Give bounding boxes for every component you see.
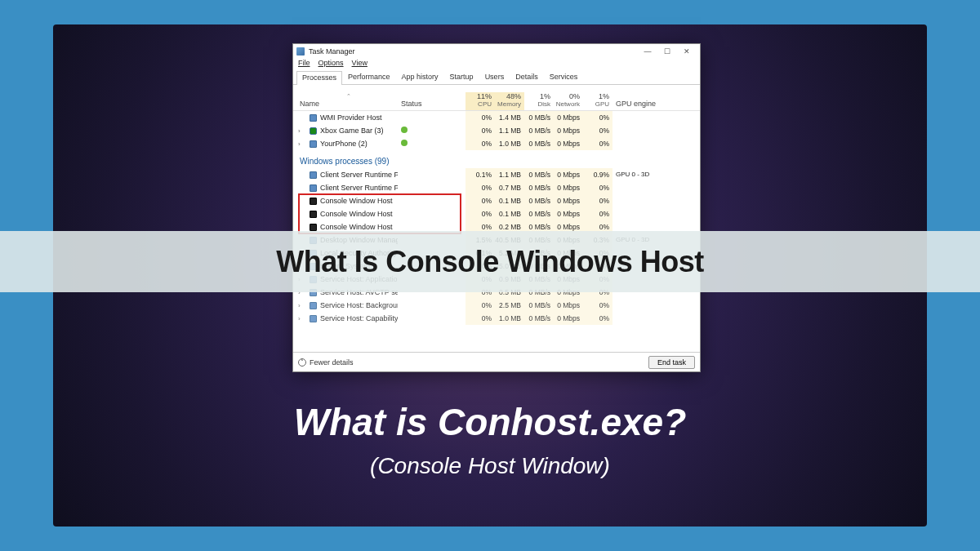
tab-performance[interactable]: Performance: [342, 70, 396, 84]
gpu-cell: 0%: [583, 194, 612, 207]
gpu-engine-cell: [612, 111, 700, 124]
tabs: Processes Performance App history Startu…: [293, 70, 700, 85]
process-name-label: YourPhone (2): [320, 140, 368, 148]
status-cell: [398, 140, 466, 148]
disk-cell: 0 MB/s: [524, 168, 554, 181]
process-name-cell: Console Window Host: [293, 210, 398, 218]
col-memory[interactable]: 48% Memory: [495, 92, 524, 110]
gpu-cell: 0%: [583, 312, 612, 325]
process-name-cell: ›Service Host: Capability Access ...: [293, 314, 398, 322]
process-row[interactable]: Client Server Runtime Process0%0.7 MB0 M…: [293, 181, 700, 194]
cpu-cell: 0%: [466, 207, 495, 220]
net-cell: 0 Mbps: [554, 137, 583, 150]
process-name-label: Console Window Host: [320, 223, 393, 231]
expand-icon[interactable]: ›: [298, 140, 301, 148]
gpu-cell: 0%: [583, 181, 612, 194]
leaf-icon: [401, 140, 408, 146]
process-name-label: Client Server Runtime Process: [320, 171, 398, 179]
minimize-button[interactable]: —: [638, 46, 657, 57]
expand-icon[interactable]: ›: [298, 315, 301, 322]
titlebar[interactable]: Task Manager — ☐ ✕: [293, 44, 700, 59]
cpu-label: CPU: [478, 100, 492, 108]
cpu-cell: 0.1%: [466, 168, 495, 181]
expand-icon[interactable]: ›: [298, 302, 301, 309]
disk-percent: 1%: [540, 92, 550, 100]
process-icon: [310, 224, 317, 231]
gpu-cell: 0.9%: [583, 168, 612, 181]
col-network[interactable]: 0% Network: [554, 92, 583, 110]
gpu-engine-cell: [612, 124, 700, 137]
net-label: Network: [556, 100, 580, 108]
process-name-cell: WMI Provider Host: [293, 113, 398, 122]
process-row[interactable]: ›Xbox Game Bar (3)0%1.1 MB0 MB/s0 Mbps0%: [293, 124, 700, 137]
col-name[interactable]: ⌃ Name: [293, 93, 398, 110]
process-row[interactable]: WMI Provider Host0%1.4 MB0 MB/s0 Mbps0%: [293, 111, 700, 124]
process-name-label: Client Server Runtime Process: [320, 184, 398, 192]
menubar: File Options View: [293, 59, 700, 70]
tab-processes[interactable]: Processes: [296, 71, 342, 85]
process-icon: [310, 114, 317, 122]
net-cell: 0 Mbps: [554, 194, 583, 207]
menu-options[interactable]: Options: [318, 59, 344, 70]
tab-startup[interactable]: Startup: [444, 70, 479, 84]
process-row[interactable]: ›YourPhone (2)0%1.0 MB0 MB/s0 Mbps0%: [293, 137, 700, 150]
group-header[interactable]: Windows processes (99): [293, 150, 700, 168]
process-row[interactable]: ›Service Host: Capability Access ...0%1.…: [293, 312, 700, 325]
disk-cell: 0 MB/s: [524, 137, 554, 150]
tab-app-history[interactable]: App history: [396, 70, 444, 84]
tab-users[interactable]: Users: [479, 70, 510, 84]
fewer-details-label: Fewer details: [310, 358, 354, 367]
process-row[interactable]: Console Window Host0%0.1 MB0 MB/s0 Mbps0…: [293, 194, 700, 207]
mem-cell: 2.5 MB: [495, 299, 524, 312]
mem-cell: 1.4 MB: [495, 111, 524, 124]
net-cell: 0 Mbps: [554, 124, 583, 137]
hero-title: What is Conhost.exe?: [0, 400, 980, 444]
col-cpu[interactable]: 11% CPU: [466, 92, 495, 110]
gpu-cell: 0%: [583, 111, 612, 124]
overlay-band: What Is Console Windows Host: [0, 231, 980, 292]
net-cell: 0 Mbps: [554, 207, 583, 220]
mem-cell: 1.0 MB: [495, 137, 524, 150]
process-row[interactable]: ›Service Host: Background Intelli...0%2.…: [293, 299, 700, 312]
expand-icon[interactable]: ›: [298, 127, 301, 135]
process-row[interactable]: Console Window Host0%0.1 MB0 MB/s0 Mbps0…: [293, 207, 700, 220]
cpu-cell: 0%: [466, 312, 495, 325]
disk-cell: 0 MB/s: [524, 181, 554, 194]
gpu-label: GPU: [595, 100, 609, 108]
disk-cell: 0 MB/s: [524, 312, 554, 325]
process-name-label: Console Window Host: [320, 210, 393, 218]
cpu-percent: 11%: [477, 92, 492, 100]
process-icon: [310, 302, 317, 309]
close-button[interactable]: ✕: [677, 46, 697, 57]
process-name-cell: ›YourPhone (2): [293, 140, 398, 148]
gpu-engine-cell: [612, 299, 700, 312]
tab-services[interactable]: Services: [544, 70, 584, 84]
col-gpu-engine[interactable]: GPU engine: [612, 100, 700, 110]
task-manager-icon: [296, 47, 305, 56]
col-status[interactable]: Status: [398, 100, 466, 110]
fewer-details-button[interactable]: ˄ Fewer details: [298, 358, 354, 367]
tab-details[interactable]: Details: [510, 70, 544, 84]
end-task-button[interactable]: End task: [648, 356, 695, 369]
mem-cell: 1.1 MB: [495, 168, 524, 181]
col-gpu[interactable]: 1% GPU: [583, 92, 612, 110]
menu-file[interactable]: File: [298, 59, 310, 70]
gpu-percent: 1%: [599, 92, 609, 100]
gpu-engine-cell: [612, 194, 700, 207]
process-name-cell: Client Server Runtime Process: [293, 184, 398, 192]
process-name-label: Service Host: Background Intelli...: [320, 301, 398, 309]
process-icon: [310, 315, 317, 322]
cpu-cell: 0%: [466, 194, 495, 207]
maximize-button[interactable]: ☐: [657, 46, 677, 57]
process-name-label: Xbox Game Bar (3): [320, 127, 384, 135]
gpu-cell: 0%: [583, 299, 612, 312]
chevron-up-icon: ˄: [298, 358, 306, 367]
process-row[interactable]: Client Server Runtime Process0.1%1.1 MB0…: [293, 168, 700, 181]
process-icon: [310, 140, 317, 148]
process-name-label: Service Host: Capability Access ...: [320, 314, 398, 322]
menu-view[interactable]: View: [352, 59, 368, 70]
sort-indicator-icon: ⌃: [300, 93, 398, 100]
net-cell: 0 Mbps: [554, 168, 583, 181]
cpu-cell: 0%: [466, 137, 495, 150]
col-disk[interactable]: 1% Disk: [524, 92, 554, 110]
